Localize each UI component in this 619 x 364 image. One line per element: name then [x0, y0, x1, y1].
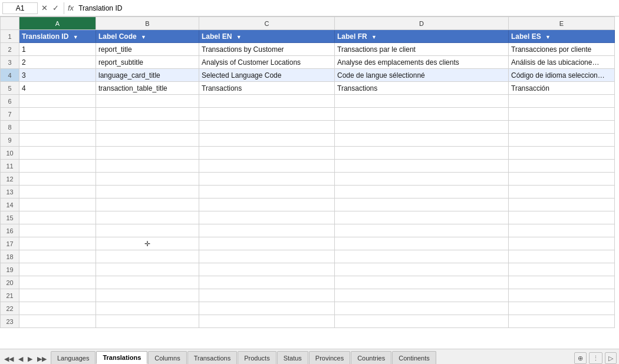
col-header-a[interactable]: A	[19, 17, 96, 30]
filter-icon-b[interactable]: ▼	[141, 34, 146, 40]
header-cell-translation-id[interactable]: Translation ID ▼	[19, 30, 96, 43]
tab-countries[interactable]: Countries	[351, 351, 391, 364]
filter-icon-c[interactable]: ▼	[236, 34, 242, 40]
filter-icon-a[interactable]: ▼	[73, 34, 78, 40]
formula-bar: ✕ ✓ fx	[0, 0, 619, 16]
table-row-18: 18	[1, 250, 615, 263]
formula-input[interactable]	[78, 4, 617, 12]
table-row-1: 1 Translation ID ▼ Label Code ▼ Label EN…	[1, 30, 615, 43]
tab-nav-prev[interactable]: ◀	[17, 354, 25, 364]
scroll-bar-button[interactable]: ▷	[605, 352, 617, 364]
tab-bar-right: ⊕ ⋮ ▷	[574, 352, 617, 364]
filter-icon-e[interactable]: ▼	[545, 34, 551, 40]
table-row-15: 15	[1, 211, 615, 224]
tab-nav-left[interactable]: ◀◀	[2, 354, 15, 364]
tab-continents[interactable]: Continents	[392, 351, 436, 364]
tab-status[interactable]: Status	[277, 351, 308, 364]
cell-b5[interactable]: transaction_table_title	[96, 82, 199, 95]
cell-c5[interactable]: Transactions	[199, 82, 335, 95]
formula-separator	[64, 2, 64, 14]
cell-c2[interactable]: Transactions by Customer	[199, 43, 335, 56]
tab-navigation: ◀◀ ◀ ▶ ▶▶	[2, 354, 48, 364]
filter-icon-d[interactable]: ▼	[371, 34, 377, 40]
table-row-20: 20	[1, 276, 615, 289]
table-row-7: 7	[1, 108, 615, 121]
corner-cell	[1, 17, 19, 30]
cell-b4[interactable]: language_card_title	[96, 69, 199, 82]
row-num-2: 2	[1, 43, 19, 56]
table-row-4: 4 3 language_card_title Selected Languag…	[1, 69, 615, 82]
col-header-b[interactable]: B	[96, 17, 199, 30]
tab-languages[interactable]: Languages	[51, 351, 96, 364]
table-row-10: 10	[1, 147, 615, 160]
table-row-11: 11	[1, 160, 615, 173]
row-num-1: 1	[1, 30, 19, 43]
table-row-14: 14	[1, 198, 615, 211]
header-cell-label-es[interactable]: Label ES ▼	[509, 30, 615, 43]
cell-b3[interactable]: report_subtitle	[96, 56, 199, 69]
table-row-22: 22	[1, 302, 615, 315]
table-row-17: 17✛	[1, 237, 615, 250]
table-row-23: 23	[1, 315, 615, 328]
sheet-options-button[interactable]: ⋮	[589, 352, 602, 364]
tab-translations[interactable]: Translations	[96, 351, 147, 364]
table-row-12: 12	[1, 173, 615, 186]
cell-a3[interactable]: 2	[19, 56, 96, 69]
cell-e2[interactable]: Transacciones por cliente	[509, 43, 615, 56]
row-num-5: 5	[1, 82, 19, 95]
tab-nav-right[interactable]: ▶▶	[35, 354, 48, 364]
sheet-tabs: Languages Translations Columns Transacti…	[51, 351, 436, 364]
spreadsheet: A B C D E 1 Translation ID ▼ Label Code	[0, 16, 619, 349]
table-row-9: 9	[1, 134, 615, 147]
add-sheet-button[interactable]: ⊕	[574, 352, 587, 364]
header-cell-label-fr[interactable]: Label FR ▼	[335, 30, 509, 43]
tab-bar: ◀◀ ◀ ▶ ▶▶ Languages Translations Columns…	[0, 349, 619, 364]
table-row-6: 6	[1, 95, 615, 108]
cell-reference-box[interactable]	[2, 2, 38, 14]
table-row-5: 5 4 transaction_table_title Transactions…	[1, 82, 615, 95]
col-header-c[interactable]: C	[199, 17, 335, 30]
col-header-e[interactable]: E	[509, 17, 615, 30]
row-num-4: 4	[1, 69, 19, 82]
cell-a5[interactable]: 4	[19, 82, 96, 95]
header-cell-label-en[interactable]: Label EN ▼	[199, 30, 335, 43]
cell-e3[interactable]: Análisis de las ubicacione…	[509, 56, 615, 69]
tab-columns[interactable]: Columns	[148, 351, 186, 364]
tab-transactions[interactable]: Transactions	[187, 351, 238, 364]
cell-a4[interactable]: 3	[19, 69, 96, 82]
cell-c3[interactable]: Analysis of Customer Locations	[199, 56, 335, 69]
tab-products[interactable]: Products	[238, 351, 276, 364]
cell-d4[interactable]: Code de langue sélectionné	[335, 69, 509, 82]
cell-d5[interactable]: Transactions	[335, 82, 509, 95]
cell-e4[interactable]: Código de idioma seleccion…	[509, 69, 615, 82]
table-row-16: 16	[1, 224, 615, 237]
confirm-icon[interactable]: ✓	[51, 4, 60, 12]
table-row-3: 3 2 report_subtitle Analysis of Customer…	[1, 56, 615, 69]
cell-c4[interactable]: Selected Language Code	[199, 69, 335, 82]
formula-bar-icons: ✕ ✓	[40, 4, 60, 12]
cell-b2[interactable]: report_title	[96, 43, 199, 56]
cell-e5[interactable]: Transacción	[509, 82, 615, 95]
table-row-19: 19	[1, 263, 615, 276]
cancel-icon[interactable]: ✕	[40, 4, 49, 12]
table-row-8: 8	[1, 121, 615, 134]
fx-label: fx	[68, 4, 74, 12]
tab-provinces[interactable]: Provinces	[309, 351, 350, 364]
header-cell-label-code[interactable]: Label Code ▼	[96, 30, 199, 43]
tab-nav-next[interactable]: ▶	[26, 354, 34, 364]
table-row-13: 13	[1, 186, 615, 198]
spreadsheet-table: A B C D E 1 Translation ID ▼ Label Code	[0, 16, 615, 328]
row-num-3: 3	[1, 56, 19, 69]
grid-wrapper[interactable]: A B C D E 1 Translation ID ▼ Label Code	[0, 16, 619, 349]
table-row-21: 21	[1, 289, 615, 302]
cell-d2[interactable]: Transactions par le client	[335, 43, 509, 56]
cell-a2[interactable]: 1	[19, 43, 96, 56]
cell-d3[interactable]: Analyse des emplacements des clients	[335, 56, 509, 69]
table-row-2: 2 1 report_title Transactions by Custome…	[1, 43, 615, 56]
col-header-d[interactable]: D	[335, 17, 509, 30]
